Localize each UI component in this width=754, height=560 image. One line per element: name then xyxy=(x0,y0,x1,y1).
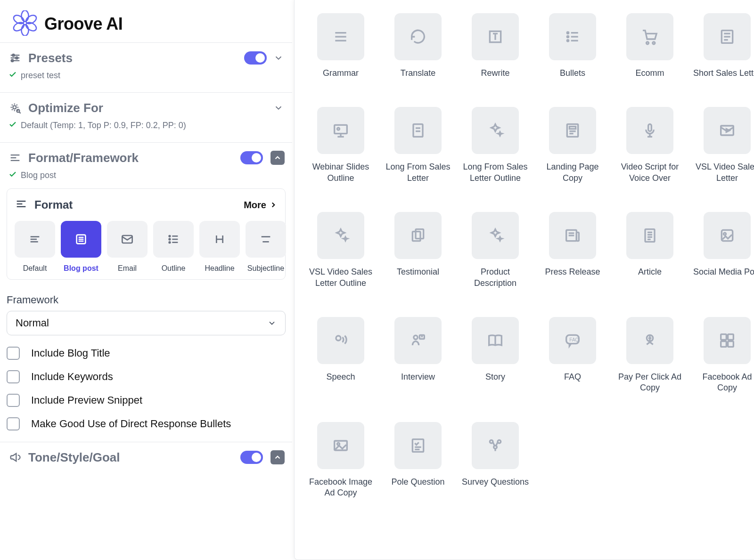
template-gallery: GrammarTranslateRewriteBulletsEcommShort… xyxy=(294,0,754,560)
checkbox[interactable] xyxy=(7,417,20,430)
template-tile-label: Survey Questions xyxy=(460,477,531,487)
option-include-keywords[interactable]: Include Keywords xyxy=(7,370,286,383)
gear-search-icon xyxy=(8,100,23,115)
svg-point-51 xyxy=(653,42,655,44)
template-tile-label: Translate xyxy=(383,68,453,79)
svg-line-105 xyxy=(493,442,494,446)
format-tile-label: Headline xyxy=(199,264,240,273)
bullets-icon xyxy=(549,13,596,60)
optimize-status: Default (Temp: 1, Top P: 0.9, FP: 0.2, P… xyxy=(21,121,186,130)
checkbox[interactable] xyxy=(7,347,20,360)
option-direct-response-bullets[interactable]: Make Good Use of Direct Response Bullets xyxy=(7,417,286,430)
template-tile-pay-per-click-ad-copy[interactable]: Pay Per Click Ad Copy xyxy=(615,317,685,394)
presets-toggle[interactable] xyxy=(244,51,267,65)
article-icon xyxy=(626,212,673,259)
template-tile-vsl-video-sales-letter[interactable]: VSL Video Sales Letter xyxy=(692,107,754,184)
template-tile-testimonial[interactable]: Testimonial xyxy=(383,212,453,289)
template-tile-label: Testimonial xyxy=(383,267,453,277)
framework-block: Framework Normal xyxy=(7,294,286,335)
template-tile-label: Rewrite xyxy=(460,68,531,79)
survey-icon xyxy=(472,422,519,469)
template-tile-grammar[interactable]: Grammar xyxy=(306,13,376,79)
template-tile-label: Short Sales Letter xyxy=(692,68,754,79)
template-tile-landing-page-copy[interactable]: Landing Page Copy xyxy=(538,107,607,184)
template-tile-social-media-post[interactable]: Social Media Post xyxy=(692,212,754,289)
sparkles-icon xyxy=(472,212,519,259)
template-grid: GrammarTranslateRewriteBulletsEcommShort… xyxy=(306,13,745,499)
template-tile-speech[interactable]: Speech xyxy=(306,317,376,394)
collapse-button[interactable] xyxy=(270,450,285,464)
template-tile-article[interactable]: Article xyxy=(615,212,685,289)
presets-chevron-down-icon[interactable] xyxy=(272,52,285,64)
template-tile-video-script-for-voice-over[interactable]: Video Script for Voice Over xyxy=(615,107,685,184)
template-tile-long-from-sales-letter[interactable]: Long From Sales Letter xyxy=(383,107,453,184)
template-tile-ecomm[interactable]: Ecomm xyxy=(615,13,685,79)
template-tile-translate[interactable]: Translate xyxy=(383,13,453,79)
landing-icon xyxy=(549,107,596,154)
press-icon xyxy=(549,212,596,259)
lines-icon xyxy=(15,197,28,212)
format-more-button[interactable]: More xyxy=(244,200,278,211)
check-icon xyxy=(8,120,17,131)
framework-label: Framework xyxy=(7,294,286,306)
template-tile-product-description[interactable]: Product Description xyxy=(460,212,530,289)
format-tile-subjectline[interactable]: Subjectline xyxy=(246,221,286,273)
refresh-icon xyxy=(394,13,442,60)
svg-point-50 xyxy=(647,42,649,44)
option-include-preview-snippet[interactable]: Include Preview Snippet xyxy=(7,394,286,407)
template-tile-faq[interactable]: FAQFAQ xyxy=(538,317,607,394)
collapse-button[interactable] xyxy=(270,151,285,165)
template-tile-interview[interactable]: Interview xyxy=(383,317,453,394)
svg-point-85 xyxy=(336,336,341,341)
svg-line-14 xyxy=(19,112,21,114)
format-tile-outline[interactable]: Outline xyxy=(153,221,194,273)
optimize-section: Optimize For Default (Temp: 1, Top P: 0.… xyxy=(0,92,292,138)
svg-point-104 xyxy=(494,446,497,449)
option-include-blog-title[interactable]: Include Blog Title xyxy=(7,347,286,360)
template-tile-pole-question[interactable]: Pole Question xyxy=(383,422,453,499)
textbox-icon xyxy=(472,13,519,60)
sliders-icon xyxy=(8,50,23,65)
format-tile-blog-post[interactable]: Blog post xyxy=(61,221,101,273)
checklist-icon xyxy=(394,422,442,469)
format-tile-headline[interactable]: Headline xyxy=(199,221,240,273)
format-framework-status: Blog post xyxy=(21,170,56,180)
template-tile-rewrite[interactable]: Rewrite xyxy=(460,13,530,79)
template-tile-long-from-sales-letter-outline[interactable]: Long From Sales Letter Outline xyxy=(460,107,530,184)
template-tile-label: Product Description xyxy=(460,267,531,289)
format-tile-email[interactable]: Email xyxy=(107,221,148,273)
format-panel: Format More Default Blog post Email xyxy=(7,188,286,280)
format-framework-toggle[interactable] xyxy=(240,151,263,164)
template-tile-webinar-slides-outline[interactable]: Webinar Slides Outline xyxy=(306,107,376,184)
format-tile-label: Outline xyxy=(153,264,194,273)
settings-panel: Groove AI Presets preset test xyxy=(0,0,292,560)
template-tile-label: Long From Sales Letter Outline xyxy=(460,162,531,184)
tone-toggle[interactable] xyxy=(240,451,263,464)
template-tile-facebook-image-ad-copy[interactable]: Facebook Image Ad Copy xyxy=(306,422,376,499)
social-icon xyxy=(704,212,751,259)
template-tile-short-sales-letter[interactable]: Short Sales Letter xyxy=(692,13,754,79)
svg-point-84 xyxy=(724,233,726,235)
sparkles-icon xyxy=(317,212,364,259)
template-tile-press-release[interactable]: Press Release xyxy=(538,212,607,289)
framework-select[interactable]: Normal xyxy=(7,311,286,335)
checkbox[interactable] xyxy=(7,394,20,407)
template-tile-vsl-video-sales-letter-outline[interactable]: VSL Video Sales Letter Outline xyxy=(306,212,376,289)
template-tile-bullets[interactable]: Bullets xyxy=(538,13,607,79)
svg-point-0 xyxy=(21,10,28,22)
checkbox[interactable] xyxy=(7,370,20,383)
optimize-chevron-down-icon[interactable] xyxy=(272,102,285,114)
sparkles-icon xyxy=(472,107,519,154)
template-tile-label: Story xyxy=(460,372,531,382)
template-tile-label: Interview xyxy=(383,372,453,382)
format-tile-default[interactable]: Default xyxy=(15,221,55,273)
template-tile-label: FAQ xyxy=(537,372,608,382)
template-tile-facebook-ad-copy[interactable]: Facebook Ad Copy xyxy=(692,317,754,394)
svg-point-59 xyxy=(337,128,340,130)
template-tile-survey-questions[interactable]: Survey Questions xyxy=(460,422,530,499)
template-tile-label: Grammar xyxy=(305,68,376,79)
lines-icon xyxy=(8,150,23,165)
interview-icon xyxy=(394,317,442,364)
template-tile-story[interactable]: Story xyxy=(460,317,530,394)
template-tile-label: Facebook Image Ad Copy xyxy=(305,477,376,499)
